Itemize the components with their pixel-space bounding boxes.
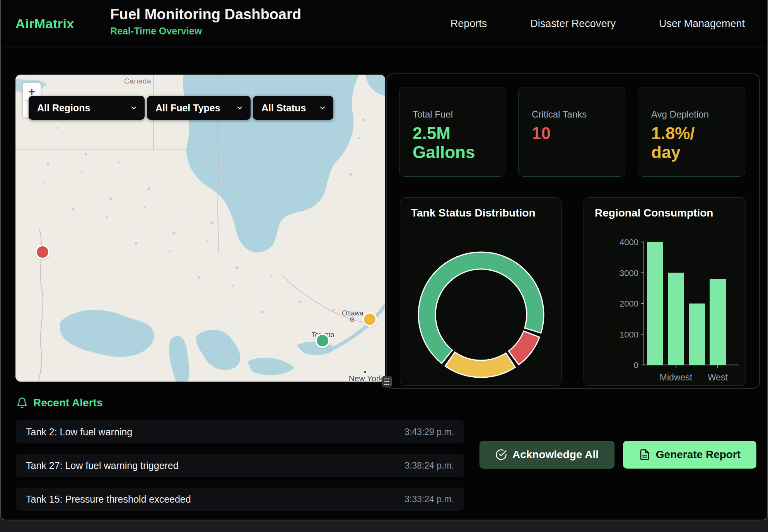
stat-label: Total Fuel — [413, 109, 505, 120]
grip-dots-icon — [384, 378, 390, 385]
stat-value: 10 — [532, 124, 625, 143]
filter-label: All Fuel Types — [155, 102, 220, 114]
ottawa-town-icon — [350, 317, 354, 322]
app-root: AirMatrix Fuel Monitoring Dashboard Real… — [0, 0, 768, 532]
alert-time: 3:43:29 p.m. — [404, 427, 454, 437]
doughnut-segment — [445, 352, 515, 377]
bar-region-3 — [689, 304, 705, 365]
drag-handle-icon[interactable] — [382, 376, 392, 387]
tank-marker-warning[interactable] — [362, 312, 377, 327]
stat-value: 1.8%/day — [651, 124, 745, 162]
header: AirMatrix Fuel Monitoring Dashboard Real… — [1, 0, 767, 48]
regional-consumption-bar-chart: 01000200030004000MidwestWest — [584, 198, 746, 386]
y-axis-tick-label: 3000 — [620, 268, 638, 278]
alerts-title: Recent Alerts — [33, 397, 102, 409]
doughnut-segment — [509, 331, 539, 365]
filter-dropdown-all-regions[interactable]: All Regions — [29, 96, 145, 120]
alert-time: 3:38:24 p.m. — [404, 460, 454, 471]
nav-item-disaster-recovery[interactable]: Disaster Recovery — [530, 18, 616, 30]
bell-icon — [16, 397, 28, 409]
bar-Midwest — [668, 273, 684, 365]
map-label-ottawa: Ottawa — [342, 309, 363, 317]
map-panel[interactable]: CanadaOttawaTorontoNew York + − All Regi… — [15, 75, 385, 382]
map-label-new_york: New York — [349, 374, 383, 382]
bar-region-1 — [647, 242, 663, 365]
page-subtitle: Real-Time Overview — [110, 26, 301, 37]
alert-message: Tank 2: Low fuel warning — [26, 426, 132, 438]
alert-time: 3:33:24 p.m. — [404, 494, 454, 505]
x-axis-tick-label: West — [708, 372, 728, 382]
generate-report-label: Generate Report — [656, 448, 741, 461]
x-axis-tick-label: Midwest — [660, 372, 693, 382]
tank-status-doughnut-chart — [400, 214, 562, 386]
acknowledge-all-label: Acknowledge All — [512, 448, 599, 461]
acknowledge-all-button[interactable]: Acknowledge All — [480, 441, 614, 469]
filter-dropdown-all-fuel-types[interactable]: All Fuel Types — [147, 96, 251, 120]
stat-value: 2.5MGallons — [413, 124, 505, 162]
tank-marker-critical[interactable] — [35, 245, 50, 259]
generate-report-button[interactable]: Generate Report — [623, 441, 756, 469]
brand-logo: AirMatrix — [15, 0, 74, 48]
stat-label: Avg Depletion — [651, 109, 745, 120]
stat-card-total-fuel: Total Fuel2.5MGallons — [399, 87, 505, 177]
y-axis-tick-label: 4000 — [620, 237, 638, 247]
alert-row[interactable]: Tank 15: Pressure threshold exceeded3:33… — [16, 488, 464, 511]
y-axis-tick-label: 2000 — [620, 299, 638, 309]
page-title: Fuel Monitoring Dashboard — [110, 6, 301, 23]
filter-label: All Status — [261, 102, 306, 114]
alert-message: Tank 27: Low fuel warning triggered — [26, 460, 179, 471]
filter-label: All Regions — [37, 102, 90, 114]
filter-dropdown-all-status[interactable]: All Status — [253, 96, 333, 120]
chevron-down-icon — [319, 104, 326, 112]
main-nav: ReportsDisaster RecoveryUser Management — [451, 0, 745, 48]
chevron-down-icon — [236, 104, 244, 112]
tank-status-card: Tank Status Distribution — [400, 197, 561, 386]
alert-row[interactable]: Tank 27: Low fuel warning triggered3:38:… — [16, 454, 464, 477]
stat-card-avg-depletion: Avg Depletion1.8%/day — [638, 87, 745, 177]
nav-item-reports[interactable]: Reports — [451, 18, 487, 30]
map-label-canada: Canada — [124, 77, 151, 85]
app-window: AirMatrix Fuel Monitoring Dashboard Real… — [0, 0, 768, 520]
alerts-header: Recent Alerts — [16, 397, 102, 409]
regional-consumption-card: Regional Consumption 01000200030004000Mi… — [584, 197, 746, 386]
document-icon — [639, 449, 650, 460]
alert-message: Tank 15: Pressure threshold exceeded — [26, 494, 191, 505]
y-axis-tick-label: 1000 — [620, 330, 638, 339]
stat-card-critical-tanks: Critical Tanks10 — [518, 87, 625, 177]
stat-label: Critical Tanks — [532, 109, 625, 120]
chevron-down-icon — [130, 104, 138, 112]
check-circle-icon — [495, 449, 507, 460]
y-axis-tick-label: 0 — [634, 360, 638, 370]
nav-item-user-management[interactable]: User Management — [659, 18, 745, 30]
bar-West — [710, 279, 726, 365]
new-york-town-icon — [364, 370, 367, 373]
tank-marker-normal[interactable] — [315, 333, 330, 348]
map-filters: All RegionsAll Fuel TypesAll Status — [29, 96, 333, 120]
alert-row[interactable]: Tank 2: Low fuel warning3:43:29 p.m. — [16, 420, 464, 443]
